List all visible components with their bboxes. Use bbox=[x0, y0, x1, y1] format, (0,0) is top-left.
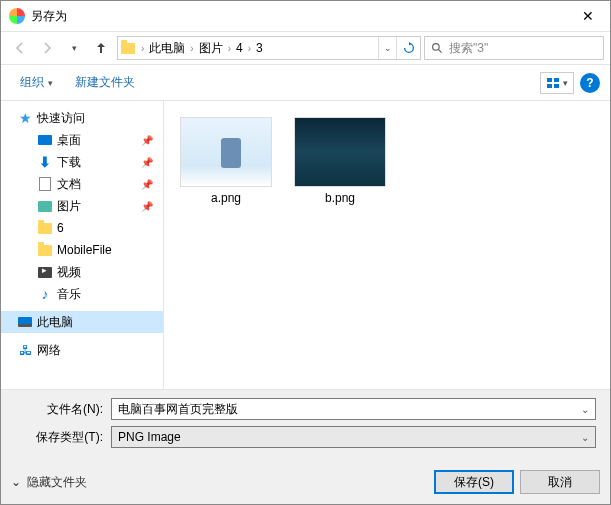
toolbar: 组织▾ 新建文件夹 ▾ ? bbox=[1, 65, 610, 101]
download-icon: ⬇ bbox=[37, 154, 53, 170]
folder-icon bbox=[37, 242, 53, 258]
breadcrumb-thispc[interactable]: 此电脑 bbox=[147, 40, 187, 57]
pin-icon: 📌 bbox=[141, 201, 153, 212]
sidebar-item-music[interactable]: ♪音乐 bbox=[1, 283, 163, 305]
filetype-value: PNG Image bbox=[118, 430, 181, 444]
sidebar-item-label: 网络 bbox=[37, 342, 61, 359]
svg-rect-2 bbox=[547, 78, 552, 82]
sidebar-item-label: 视频 bbox=[57, 264, 81, 281]
file-list[interactable]: a.png b.png bbox=[164, 101, 610, 389]
back-button bbox=[7, 36, 33, 60]
folder-icon bbox=[118, 43, 138, 54]
search-icon bbox=[425, 42, 449, 55]
search-placeholder: 搜索"3" bbox=[449, 40, 488, 57]
sidebar-item-pictures[interactable]: 图片📌 bbox=[1, 195, 163, 217]
sidebar-item-label: 6 bbox=[57, 221, 64, 235]
pc-icon bbox=[17, 314, 33, 330]
forward-button bbox=[34, 36, 60, 60]
folder-icon bbox=[37, 220, 53, 236]
filename-value: 电脑百事网首页完整版 bbox=[118, 401, 238, 418]
sidebar-item-6[interactable]: 6 bbox=[1, 217, 163, 239]
organize-button[interactable]: 组织▾ bbox=[11, 70, 62, 95]
star-icon: ★ bbox=[17, 110, 33, 126]
sidebar-item-quick[interactable]: ★快速访问 bbox=[1, 107, 163, 129]
sidebar-item-mobilefile[interactable]: MobileFile bbox=[1, 239, 163, 261]
chevron-down-icon: ⌄ bbox=[581, 432, 589, 443]
refresh-button[interactable] bbox=[396, 37, 420, 59]
save-fields: 文件名(N): 电脑百事网首页完整版 ⌄ 保存类型(T): PNG Image … bbox=[1, 389, 610, 462]
sidebar-item-label: 快速访问 bbox=[37, 110, 85, 127]
network-icon: 🖧 bbox=[17, 342, 33, 358]
sidebar-item-documents[interactable]: 文档📌 bbox=[1, 173, 163, 195]
filename-label: 文件名(N): bbox=[11, 401, 111, 418]
close-button[interactable]: ✕ bbox=[566, 1, 610, 31]
document-icon bbox=[37, 176, 53, 192]
breadcrumb-pictures[interactable]: 图片 bbox=[197, 40, 225, 57]
chevron-right-icon: › bbox=[225, 43, 234, 54]
filetype-select[interactable]: PNG Image ⌄ bbox=[111, 426, 596, 448]
desktop-icon bbox=[37, 132, 53, 148]
sidebar-item-desktop[interactable]: 桌面📌 bbox=[1, 129, 163, 151]
file-thumbnail bbox=[294, 117, 386, 187]
history-dropdown[interactable]: ▾ bbox=[61, 36, 87, 60]
svg-point-0 bbox=[432, 43, 439, 50]
app-icon bbox=[9, 8, 25, 24]
cancel-button[interactable]: 取消 bbox=[520, 470, 600, 494]
sidebar-item-label: 音乐 bbox=[57, 286, 81, 303]
view-button[interactable]: ▾ bbox=[540, 72, 574, 94]
file-item[interactable]: a.png bbox=[178, 115, 274, 207]
file-item[interactable]: b.png bbox=[292, 115, 388, 207]
hide-folders-button[interactable]: ⌄ 隐藏文件夹 bbox=[11, 474, 87, 491]
video-icon bbox=[37, 264, 53, 280]
breadcrumb[interactable]: › 此电脑 › 图片 › 4 › 3 ⌄ bbox=[117, 36, 421, 60]
navbar: ▾ › 此电脑 › 图片 › 4 › 3 ⌄ 搜索"3" bbox=[1, 31, 610, 65]
sidebar-item-label: 文档 bbox=[57, 176, 81, 193]
pin-icon: 📌 bbox=[141, 157, 153, 168]
file-thumbnail bbox=[180, 117, 272, 187]
window-title: 另存为 bbox=[31, 8, 67, 25]
sidebar-item-thispc[interactable]: 此电脑 bbox=[1, 311, 163, 333]
chevron-down-icon: ⌄ bbox=[11, 475, 21, 489]
up-button[interactable] bbox=[88, 36, 114, 60]
svg-rect-4 bbox=[547, 84, 552, 88]
titlebar: 另存为 ✕ bbox=[1, 1, 610, 31]
sidebar-item-videos[interactable]: 视频 bbox=[1, 261, 163, 283]
chevron-right-icon: › bbox=[187, 43, 196, 54]
picture-icon bbox=[37, 198, 53, 214]
chevron-right-icon: › bbox=[138, 43, 147, 54]
file-name: a.png bbox=[211, 191, 241, 205]
save-button[interactable]: 保存(S) bbox=[434, 470, 514, 494]
sidebar-item-label: 此电脑 bbox=[37, 314, 73, 331]
chevron-down-icon: ⌄ bbox=[581, 404, 589, 415]
newfolder-button[interactable]: 新建文件夹 bbox=[66, 70, 144, 95]
sidebar-item-label: 桌面 bbox=[57, 132, 81, 149]
sidebar-item-label: MobileFile bbox=[57, 243, 112, 257]
pin-icon: 📌 bbox=[141, 135, 153, 146]
breadcrumb-3[interactable]: 3 bbox=[254, 41, 265, 55]
filetype-label: 保存类型(T): bbox=[11, 429, 111, 446]
breadcrumb-dropdown[interactable]: ⌄ bbox=[378, 37, 396, 59]
sidebar-item-downloads[interactable]: ⬇下载📌 bbox=[1, 151, 163, 173]
breadcrumb-4[interactable]: 4 bbox=[234, 41, 245, 55]
sidebar: ★快速访问 桌面📌 ⬇下载📌 文档📌 图片📌 6 MobileFile 视频 ♪… bbox=[1, 101, 164, 389]
svg-line-1 bbox=[438, 49, 441, 52]
svg-rect-5 bbox=[554, 84, 559, 88]
music-icon: ♪ bbox=[37, 286, 53, 302]
filename-input[interactable]: 电脑百事网首页完整版 ⌄ bbox=[111, 398, 596, 420]
sidebar-item-label: 图片 bbox=[57, 198, 81, 215]
file-name: b.png bbox=[325, 191, 355, 205]
help-button[interactable]: ? bbox=[580, 73, 600, 93]
search-input[interactable]: 搜索"3" bbox=[424, 36, 604, 60]
hide-folders-label: 隐藏文件夹 bbox=[27, 474, 87, 491]
sidebar-item-label: 下载 bbox=[57, 154, 81, 171]
svg-rect-3 bbox=[554, 78, 559, 82]
close-icon: ✕ bbox=[582, 8, 594, 24]
pin-icon: 📌 bbox=[141, 179, 153, 190]
sidebar-item-network[interactable]: 🖧网络 bbox=[1, 339, 163, 361]
chevron-right-icon: › bbox=[245, 43, 254, 54]
footer: ⌄ 隐藏文件夹 保存(S) 取消 bbox=[1, 462, 610, 504]
